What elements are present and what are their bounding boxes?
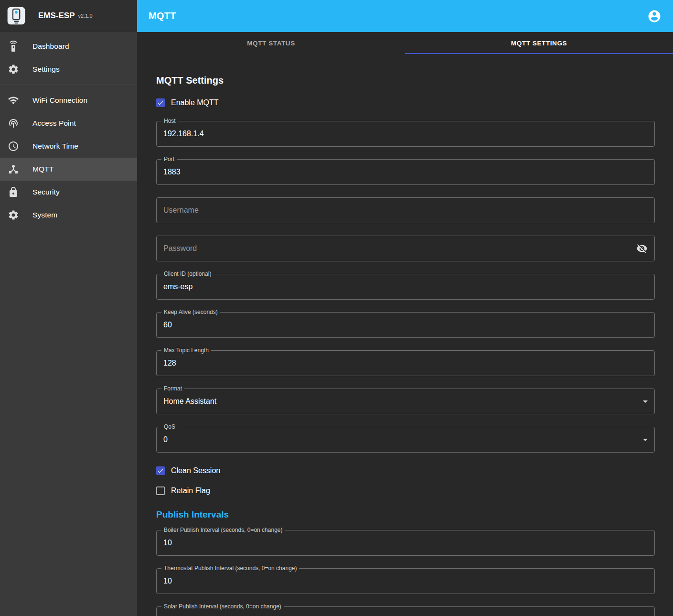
- publish-intervals-title: Publish Intervals: [156, 509, 655, 520]
- chevron-down-icon: [643, 400, 648, 403]
- retain-flag-checkbox[interactable]: [156, 486, 165, 495]
- clock-icon: [8, 140, 19, 152]
- keep-alive-input[interactable]: [163, 321, 648, 329]
- sidebar-item-access-point[interactable]: Access Point: [0, 112, 137, 135]
- hub-icon: [8, 163, 19, 175]
- qos-select-value: 0: [163, 435, 168, 444]
- account-icon[interactable]: [647, 9, 662, 23]
- sidebar-item-wifi-connection[interactable]: WiFi Connection: [0, 89, 137, 112]
- app-title: EMS-ESP: [38, 11, 75, 21]
- qos-select-label: QoS: [161, 423, 178, 431]
- access-point-icon: [8, 118, 19, 129]
- visibility-off-icon[interactable]: [636, 243, 648, 254]
- format-select-value: Home Assistant: [163, 397, 216, 406]
- tab-mqtt-settings[interactable]: MQTT SETTINGS: [405, 32, 673, 54]
- client-id-field-label: Client ID (optional): [161, 270, 214, 278]
- lock-icon: [8, 186, 19, 198]
- sidebar-item-label: MQTT: [32, 165, 53, 173]
- app-logo-icon: [7, 6, 26, 25]
- thermostat-publish-interval-input[interactable]: [163, 577, 648, 585]
- retain-flag-label: Retain Flag: [171, 486, 210, 495]
- app-version: v2.1.0: [78, 13, 93, 19]
- thermostat-publish-interval-label: Thermostat Publish Interval (seconds, 0=…: [161, 565, 299, 572]
- username-field: [156, 197, 655, 223]
- sidebar-item-network-time[interactable]: Network Time: [0, 135, 137, 158]
- sidebar-item-system[interactable]: System: [0, 204, 137, 227]
- port-field-label: Port: [161, 156, 177, 163]
- clean-session-label: Clean Session: [171, 466, 220, 475]
- sidebar-item-security[interactable]: Security: [0, 181, 137, 204]
- solar-publish-interval-field: Solar Publish Interval (seconds, 0=on ch…: [156, 606, 655, 616]
- clean-session-checkbox-row[interactable]: Clean Session: [156, 465, 655, 476]
- sidebar-header: EMS-ESP v2.1.0: [0, 0, 137, 32]
- host-field-label: Host: [161, 118, 178, 125]
- sidebar-item-label: Dashboard: [32, 42, 69, 51]
- max-topic-length-field-label: Max Topic Length: [161, 347, 211, 354]
- username-input[interactable]: [163, 206, 648, 215]
- sidebar-item-label: Access Point: [32, 119, 76, 128]
- format-select[interactable]: Format Home Assistant: [156, 389, 655, 414]
- thermostat-publish-interval-field: Thermostat Publish Interval (seconds, 0=…: [156, 568, 655, 594]
- format-select-label: Format: [161, 385, 184, 392]
- client-id-field: Client ID (optional): [156, 274, 655, 300]
- chevron-down-icon: [643, 439, 648, 441]
- form-title: MQTT Settings: [156, 74, 655, 86]
- sidebar-item-settings[interactable]: Settings: [0, 58, 137, 81]
- sidebar-nav: Dashboard Settings WiFi Connection Acc: [0, 32, 137, 227]
- clean-session-checkbox[interactable]: [156, 466, 165, 475]
- dashboard-icon: [8, 41, 19, 52]
- max-topic-length-input[interactable]: [163, 359, 648, 367]
- keep-alive-field-label: Keep Alive (seconds): [161, 309, 220, 316]
- tab-mqtt-status[interactable]: MQTT STATUS: [137, 32, 405, 54]
- gear-icon: [8, 64, 19, 75]
- mqtt-settings-form: MQTT Settings Enable MQTT Host Port: [137, 54, 673, 616]
- sidebar-item-label: WiFi Connection: [32, 96, 87, 105]
- sidebar-divider: [0, 85, 137, 85]
- boiler-publish-interval-input[interactable]: [163, 539, 648, 547]
- solar-publish-interval-label: Solar Publish Interval (seconds, 0=on ch…: [161, 603, 284, 610]
- retain-flag-checkbox-row[interactable]: Retain Flag: [156, 485, 655, 497]
- sidebar-item-dashboard[interactable]: Dashboard: [0, 35, 137, 58]
- sidebar-item-label: Settings: [32, 65, 60, 74]
- app-root: EMS-ESP v2.1.0 Dashboard Settings: [0, 0, 673, 616]
- sidebar-item-label: Network Time: [32, 142, 78, 151]
- enable-mqtt-checkbox-row[interactable]: Enable MQTT: [156, 97, 655, 108]
- wifi-icon: [8, 95, 19, 106]
- sidebar: EMS-ESP v2.1.0 Dashboard Settings: [0, 0, 137, 616]
- enable-mqtt-label: Enable MQTT: [171, 98, 219, 107]
- keep-alive-field: Keep Alive (seconds): [156, 312, 655, 338]
- main-area: MQTT MQTT STATUS MQTT SETTINGS MQTT Sett…: [137, 0, 673, 616]
- max-topic-length-field: Max Topic Length: [156, 350, 655, 376]
- boiler-publish-interval-label: Boiler Publish Interval (seconds, 0=on c…: [161, 527, 285, 534]
- sidebar-item-label: Security: [32, 188, 60, 196]
- enable-mqtt-checkbox[interactable]: [156, 98, 165, 107]
- page-title: MQTT: [149, 11, 176, 22]
- port-input[interactable]: [163, 168, 648, 176]
- sidebar-item-label: System: [32, 211, 57, 219]
- tab-label: MQTT STATUS: [247, 40, 295, 47]
- gear-icon: [8, 209, 19, 221]
- host-input[interactable]: [163, 130, 648, 138]
- client-id-input[interactable]: [163, 282, 648, 291]
- appbar: MQTT: [137, 0, 673, 32]
- qos-select[interactable]: QoS 0: [156, 427, 655, 453]
- tab-label: MQTT SETTINGS: [511, 40, 567, 47]
- tab-bar: MQTT STATUS MQTT SETTINGS: [137, 32, 673, 54]
- password-field: [156, 236, 655, 261]
- sidebar-item-mqtt[interactable]: MQTT: [0, 158, 137, 181]
- host-field: Host: [156, 121, 655, 147]
- port-field: Port: [156, 159, 655, 185]
- password-input[interactable]: [163, 244, 636, 253]
- boiler-publish-interval-field: Boiler Publish Interval (seconds, 0=on c…: [156, 530, 655, 556]
